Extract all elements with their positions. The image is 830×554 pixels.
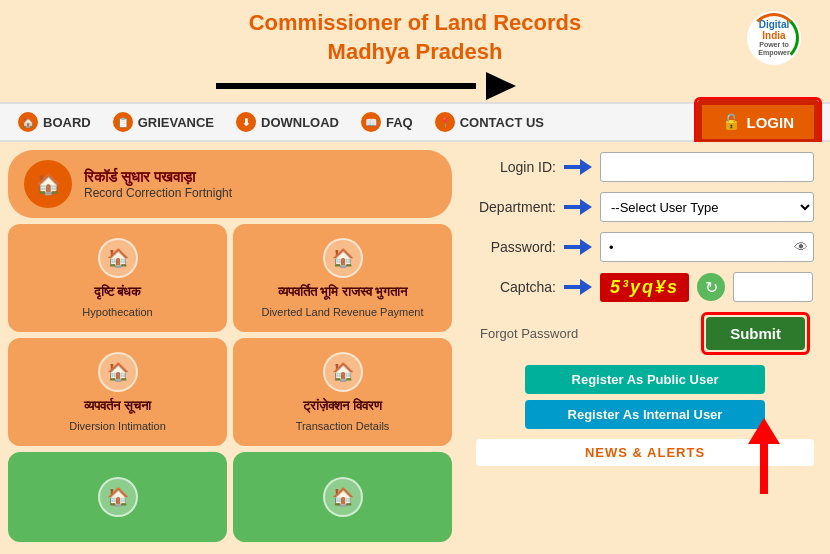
arrow-password [564, 237, 592, 257]
department-row: Department: --Select User Type [476, 192, 814, 222]
submit-button[interactable]: Submit [706, 317, 805, 350]
faq-icon: 📖 [361, 112, 381, 132]
sidebar-item-contact[interactable]: 📍 CONTACT US [425, 106, 554, 138]
login-id-label: Login ID: [476, 159, 556, 175]
submit-button-wrapper: Submit [701, 312, 810, 355]
forgot-submit-row: Forgot Password Submit [476, 312, 814, 355]
card-transaction[interactable]: 🏠 ट्रांज़ेक्शन विवरण Transaction Details [233, 338, 452, 446]
header-title: Commissioner of Land Records Madhya Prad… [96, 9, 734, 66]
department-label: Department: [476, 199, 556, 215]
sidebar-item-faq[interactable]: 📖 FAQ [351, 106, 423, 138]
login-id-row: Login ID: [476, 152, 814, 182]
arrow-to-login [216, 72, 516, 100]
password-label: Password: [476, 239, 556, 255]
arrow-captcha [564, 277, 592, 297]
sidebar-item-board[interactable]: 🏠 BOARD [8, 106, 101, 138]
forgot-password-link[interactable]: Forgot Password [480, 326, 578, 341]
eye-icon[interactable]: 👁 [794, 239, 808, 255]
banner-icon: 🏠 [24, 160, 72, 208]
login-button[interactable]: 🔓 LOGIN [699, 102, 818, 142]
captcha-image: 5³yq¥s [600, 273, 689, 302]
card-diversion[interactable]: 🏠 व्यपवर्तन सूचना Diversion Intimation [8, 338, 227, 446]
captcha-refresh-button[interactable]: ↻ [697, 273, 725, 301]
login-icon: 🔓 [722, 113, 741, 131]
main-content: 🏠 रिकॉर्ड सुधार पखवाड़ा Record Correctio… [0, 142, 830, 554]
arrow-login-id [564, 157, 592, 177]
card-extra-2[interactable]: 🏠 [233, 452, 452, 542]
cards-grid: 🏠 दृष्टि बंधक Hypothecation 🏠 व्यपवर्तित… [8, 224, 452, 446]
sidebar-item-download[interactable]: ⬇ DOWNLOAD [226, 106, 349, 138]
register-public-button[interactable]: Register As Public User [525, 365, 765, 394]
arrow-department [564, 197, 592, 217]
arrow-row [0, 72, 830, 100]
card-extra-1[interactable]: 🏠 [8, 452, 227, 542]
banner-card: 🏠 रिकॉर्ड सुधार पखवाड़ा Record Correctio… [8, 150, 452, 218]
red-arrow-shaft [760, 444, 768, 494]
digital-india-logo: Digital India Power to Empower [734, 8, 814, 68]
download-icon: ⬇ [236, 112, 256, 132]
extra1-icon: 🏠 [98, 477, 138, 517]
red-arrow-annotation [748, 418, 780, 494]
department-select[interactable]: --Select User Type [600, 192, 814, 222]
login-id-input[interactable] [600, 152, 814, 182]
password-row: Password: 👁 [476, 232, 814, 262]
diverted-icon: 🏠 [323, 238, 363, 278]
captcha-label: Captcha: [476, 279, 556, 295]
password-wrapper: 👁 [600, 232, 814, 262]
card-diverted[interactable]: 🏠 व्यपवर्तित भूमि राजस्व भुगतान Diverted… [233, 224, 452, 332]
red-arrow-head [748, 418, 780, 444]
grievance-icon: 📋 [113, 112, 133, 132]
login-button-wrapper: 🔓 LOGIN [694, 97, 823, 147]
contact-icon: 📍 [435, 112, 455, 132]
hypothecation-icon: 🏠 [98, 238, 138, 278]
cards-grid-2: 🏠 🏠 [8, 452, 452, 542]
password-input[interactable] [600, 232, 814, 262]
transaction-icon: 🏠 [323, 352, 363, 392]
card-hypothecation[interactable]: 🏠 दृष्टि बंधक Hypothecation [8, 224, 227, 332]
captcha-input[interactable] [733, 272, 813, 302]
left-panel: 🏠 रिकॉर्ड सुधार पखवाड़ा Record Correctio… [0, 142, 460, 554]
banner-text: रिकॉर्ड सुधार पखवाड़ा Record Correction … [84, 168, 232, 200]
captcha-row: Captcha: 5³yq¥s ↻ [476, 272, 814, 302]
sidebar-item-grievance[interactable]: 📋 GRIEVANCE [103, 106, 224, 138]
diversion-icon: 🏠 [98, 352, 138, 392]
board-icon: 🏠 [18, 112, 38, 132]
extra2-icon: 🏠 [323, 477, 363, 517]
navbar: 🏠 BOARD 📋 GRIEVANCE ⬇ DOWNLOAD 📖 FAQ 📍 C… [0, 102, 830, 142]
register-internal-button[interactable]: Register As Internal User [525, 400, 765, 429]
header: Commissioner of Land Records Madhya Prad… [0, 0, 830, 72]
